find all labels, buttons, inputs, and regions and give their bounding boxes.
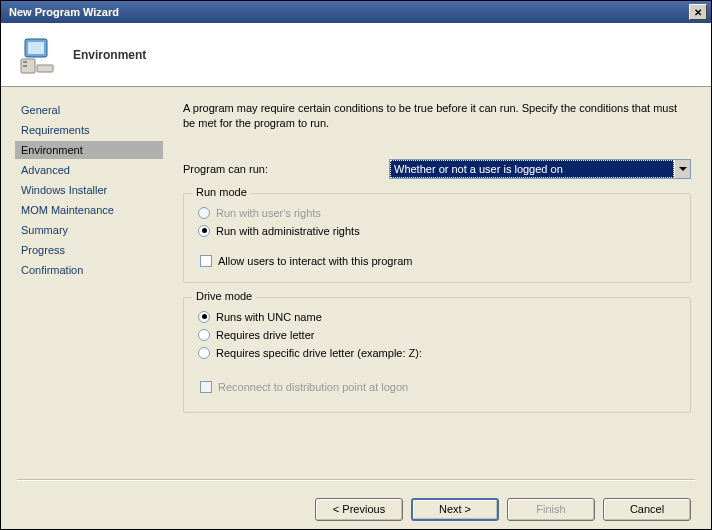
radio-icon — [198, 311, 210, 323]
radio-drive-letter[interactable]: Requires drive letter — [198, 326, 676, 344]
program-can-run-dropdown[interactable]: Whether or not a user is logged on — [389, 159, 691, 179]
radio-label: Run with administrative rights — [216, 225, 360, 237]
close-button[interactable]: ✕ — [689, 4, 707, 20]
radio-label: Requires drive letter — [216, 329, 314, 341]
sidebar-item-advanced[interactable]: Advanced — [15, 161, 163, 179]
wizard-content: A program may require certain conditions… — [163, 97, 711, 479]
program-can-run-label: Program can run: — [183, 163, 389, 175]
sidebar-item-progress[interactable]: Progress — [15, 241, 163, 259]
radio-icon — [198, 329, 210, 341]
sidebar-item-summary[interactable]: Summary — [15, 221, 163, 239]
drive-mode-title: Drive mode — [192, 290, 256, 302]
checkbox-icon — [200, 381, 212, 393]
checkbox-allow-interact[interactable]: Allow users to interact with this progra… — [198, 252, 676, 270]
wizard-footer: < Previous Next > Finish Cancel — [1, 481, 711, 530]
previous-button[interactable]: < Previous — [315, 498, 403, 521]
svg-rect-4 — [23, 65, 27, 67]
sidebar-item-mom-maintenance[interactable]: MOM Maintenance — [15, 201, 163, 219]
radio-icon — [198, 207, 210, 219]
checkbox-reconnect: Reconnect to distribution point at logon — [198, 378, 676, 396]
page-title: Environment — [73, 48, 146, 62]
radio-admin-rights[interactable]: Run with administrative rights — [198, 222, 676, 240]
wizard-sidebar: General Requirements Environment Advance… — [1, 97, 163, 479]
run-mode-group: Run mode Run with user's rights Run with… — [183, 193, 691, 283]
radio-specific-drive[interactable]: Requires specific drive letter (example:… — [198, 344, 676, 362]
sidebar-item-requirements[interactable]: Requirements — [15, 121, 163, 139]
dropdown-value: Whether or not a user is logged on — [390, 160, 674, 178]
close-icon: ✕ — [694, 7, 702, 18]
run-mode-title: Run mode — [192, 186, 251, 198]
intro-text: A program may require certain conditions… — [183, 101, 691, 131]
sidebar-item-confirmation[interactable]: Confirmation — [15, 261, 163, 279]
checkbox-icon — [200, 255, 212, 267]
svg-rect-1 — [28, 42, 44, 54]
radio-label: Requires specific drive letter (example:… — [216, 347, 422, 359]
svg-rect-5 — [37, 65, 53, 72]
radio-label: Run with user's rights — [216, 207, 321, 219]
radio-label: Runs with UNC name — [216, 311, 322, 323]
drive-mode-group: Drive mode Runs with UNC name Requires d… — [183, 297, 691, 413]
sidebar-item-windows-installer[interactable]: Windows Installer — [15, 181, 163, 199]
checkbox-label: Reconnect to distribution point at logon — [218, 381, 408, 393]
wizard-header: Environment — [1, 23, 711, 87]
radio-icon — [198, 225, 210, 237]
chevron-down-icon[interactable] — [674, 160, 690, 178]
finish-button: Finish — [507, 498, 595, 521]
checkbox-label: Allow users to interact with this progra… — [218, 255, 412, 267]
window-title: New Program Wizard — [5, 6, 689, 18]
computer-icon — [17, 35, 57, 75]
radio-user-rights: Run with user's rights — [198, 204, 676, 222]
sidebar-item-environment[interactable]: Environment — [15, 141, 163, 159]
title-bar: New Program Wizard ✕ — [1, 1, 711, 23]
cancel-button[interactable]: Cancel — [603, 498, 691, 521]
radio-icon — [198, 347, 210, 359]
svg-rect-3 — [23, 61, 27, 63]
radio-unc-name[interactable]: Runs with UNC name — [198, 308, 676, 326]
sidebar-item-general[interactable]: General — [15, 101, 163, 119]
next-button[interactable]: Next > — [411, 498, 499, 521]
